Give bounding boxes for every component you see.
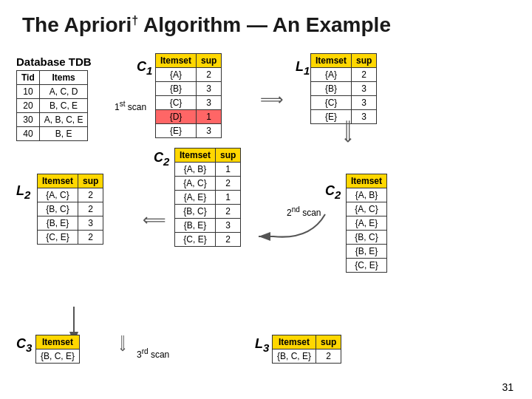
c1-header-sup: sup xyxy=(197,54,222,68)
table-row-highlight: {D} 1 xyxy=(156,110,222,124)
table-row: {A} 2 xyxy=(311,68,377,82)
table-row: {C} 3 xyxy=(311,96,377,110)
table-row: {A, E} 1 xyxy=(175,191,241,205)
c2-top-header-itemset: Itemset xyxy=(175,149,216,163)
tid-cell: 40 xyxy=(17,127,40,141)
l1-header-itemset: Itemset xyxy=(311,54,352,68)
l3-header-itemset: Itemset xyxy=(273,335,316,349)
title-rest: Algorithm — An Example xyxy=(138,13,391,36)
scan1-label: 1st scan xyxy=(115,100,146,112)
l2-table: Itemset sup {A, C} 2 {B, C} 2 {B, E} 3 xyxy=(37,174,103,245)
arrow-l1-c2top: ⟹ xyxy=(338,120,358,143)
tid-cell: 20 xyxy=(17,99,40,113)
l1-header-sup: sup xyxy=(352,54,377,68)
c2-top-label: C2 xyxy=(154,150,169,168)
tdb-table: Tid Items 10 A, C, D 20 B, C, E 30 A, B,… xyxy=(16,70,88,141)
table-row: {B} 3 xyxy=(156,82,222,96)
c3-header-itemset: Itemset xyxy=(36,335,80,349)
table-row: {A, B} 1 xyxy=(175,163,241,177)
l2-header-sup: sup xyxy=(78,174,103,188)
items-cell: B, E xyxy=(39,127,88,141)
tdb-header-items: Items xyxy=(39,71,88,85)
c2-top-table: Itemset sup {A, B} 1 {A, C} 2 {A, E} 1 xyxy=(174,148,241,247)
items-cell: B, C, E xyxy=(39,99,88,113)
l3-header-sup: sup xyxy=(316,335,341,349)
table-row: 10 A, C, D xyxy=(17,85,88,99)
tid-cell: 30 xyxy=(17,113,40,127)
c2-bot-table: Itemset {A, B} {A, C} {A, E} {B, C} {B, … xyxy=(346,174,387,273)
c2-top-header-sup: sup xyxy=(216,149,241,163)
c2-bot-label: C2 xyxy=(325,183,341,201)
table-row: {B, E} 3 xyxy=(38,216,103,231)
table-row: {A, C} 2 xyxy=(175,177,241,191)
table-row: {B, C} 2 xyxy=(175,205,241,219)
table-row: {A} 2 xyxy=(156,68,222,82)
items-cell: A, C, D xyxy=(39,85,88,99)
table-row: {B} 3 xyxy=(311,82,377,96)
table-row: {B, C, E} 2 xyxy=(273,349,341,364)
items-cell: A, B, C, E xyxy=(39,113,88,127)
l1-table: Itemset sup {A} 2 {B} 3 {C} 3 {E} xyxy=(310,53,377,124)
table-row: {C, E} 2 xyxy=(175,233,241,247)
table-row: {A, B} xyxy=(347,188,387,202)
table-row: 20 B, C, E xyxy=(17,99,88,113)
c2-bot-header-itemset: Itemset xyxy=(347,174,387,188)
table-row: {A, C} xyxy=(347,202,387,216)
l2-label: L2 xyxy=(16,183,30,201)
table-row: {B, C} 2 xyxy=(38,202,103,216)
title-sup: † xyxy=(132,14,138,27)
table-row: {B, C} xyxy=(347,231,387,245)
c1-table: Itemset sup {A} 2 {B} 3 {C} 3 {D} xyxy=(155,53,222,138)
arrow-l2-c3: ⟹ xyxy=(116,335,130,352)
title: The Apriori† Algorithm — An Example xyxy=(0,0,532,44)
tdb-header-tid: Tid xyxy=(17,71,40,85)
l3-table: Itemset sup {B, C, E} 2 xyxy=(272,335,341,364)
arrow-c1-l1: ⟹ xyxy=(260,90,284,109)
scan2-label: 2nd scan xyxy=(287,205,321,218)
db-label: Database TDB xyxy=(16,55,92,68)
table-row: {E} 3 xyxy=(156,124,222,138)
table-row: {A, E} xyxy=(347,216,387,231)
c3-table: Itemset {B, C, E} xyxy=(35,335,80,364)
c1-label: C1 xyxy=(137,59,152,77)
table-row: {C, E} 2 xyxy=(38,231,103,245)
table-row: {B, E} 3 xyxy=(175,219,241,233)
l2-header-itemset: Itemset xyxy=(38,174,78,188)
table-row: 30 A, B, C, E xyxy=(17,113,88,127)
scan3-label: 3rd scan xyxy=(137,347,169,360)
l3-label: L3 xyxy=(255,336,269,354)
table-row: {C, E} xyxy=(347,259,387,273)
table-row: {B, C, E} xyxy=(36,349,80,364)
page-number: 31 xyxy=(502,381,514,393)
c1-header-itemset: Itemset xyxy=(156,54,197,68)
table-row: 40 B, E xyxy=(17,127,88,141)
arrow-c2top-l2: ⟸ xyxy=(143,211,166,230)
l1-label: L1 xyxy=(296,59,310,77)
table-row: {A, C} 2 xyxy=(38,188,103,202)
tid-cell: 10 xyxy=(17,85,40,99)
c3-label: C3 xyxy=(16,336,32,354)
table-row: {B, E} xyxy=(347,245,387,259)
table-row: {C} 3 xyxy=(156,96,222,110)
